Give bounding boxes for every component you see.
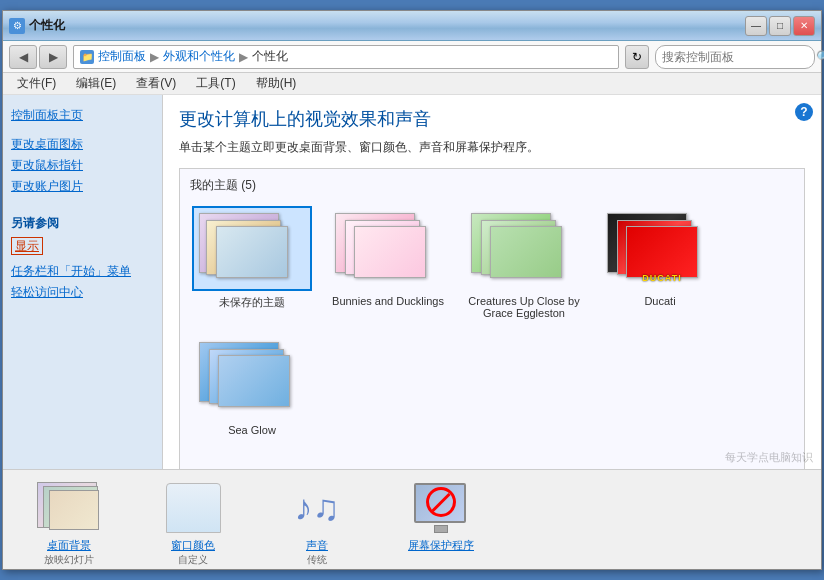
main-content: 控制面板主页 更改桌面图标 更改鼠标指针 更改账户图片 另请参阅 显示 任务栏和… xyxy=(3,95,821,469)
nav-buttons: ◀ ▶ xyxy=(9,45,67,69)
theme-thumb-img xyxy=(216,226,288,278)
content-area: ? 更改计算机上的视觉效果和声音 单击某个主题立即更改桌面背景、窗口颜色、声音和… xyxy=(163,95,821,469)
screensaver-visual xyxy=(414,483,469,533)
titlebar: ⚙ 个性化 — □ ✕ xyxy=(3,11,821,41)
refresh-button[interactable]: ↻ xyxy=(625,45,649,69)
forward-button[interactable]: ▶ xyxy=(39,45,67,69)
themes-grid: 未保存的主题 Bunnies and Ducklings xyxy=(188,202,796,440)
search-icon: 🔍 xyxy=(816,50,824,64)
content-subtitle: 单击某个主题立即更改桌面背景、窗口颜色、声音和屏幕保护程序。 xyxy=(179,139,805,156)
theme-item-unsaved[interactable]: 未保存的主题 xyxy=(192,206,312,319)
bottom-label-desktop-bg[interactable]: 桌面背景 xyxy=(47,538,91,553)
window-title: 个性化 xyxy=(29,17,65,34)
theme-name-ocean: Sea Glow xyxy=(228,424,276,436)
breadcrumb-sep-1: ▶ xyxy=(150,50,159,64)
theme-thumb-img xyxy=(626,226,698,278)
folder-icon: 📁 xyxy=(80,50,94,64)
search-bar[interactable]: 🔍 xyxy=(655,45,815,69)
sidebar-link-display[interactable]: 显示 xyxy=(11,236,154,257)
sound-icon-container: ♪♫ xyxy=(282,478,352,538)
window-color-visual xyxy=(166,483,221,533)
titlebar-left: ⚙ 个性化 xyxy=(9,17,65,34)
back-button[interactable]: ◀ xyxy=(9,45,37,69)
theme-stack-unsaved xyxy=(194,208,312,291)
themes-section-title: 我的主题 (5) xyxy=(188,177,796,194)
theme-stack-ocean xyxy=(194,337,312,420)
ducati-text: DUCATI xyxy=(642,273,681,283)
menu-help[interactable]: 帮助(H) xyxy=(248,73,305,94)
sidebar-link-account-pic[interactable]: 更改账户图片 xyxy=(11,176,154,197)
monitor-stand xyxy=(434,525,448,533)
menu-tools[interactable]: 工具(T) xyxy=(188,73,243,94)
bottom-item-screensaver[interactable]: 屏幕保护程序 xyxy=(391,478,491,553)
theme-name-bunnies: Bunnies and Ducklings xyxy=(332,295,444,307)
theme-stack-creatures xyxy=(466,208,584,291)
theme-item-ocean[interactable]: Sea Glow xyxy=(192,335,312,436)
desktop-bg-icon-container xyxy=(34,478,104,538)
bottom-sublabel-desktop-bg: 放映幻灯片 xyxy=(44,553,94,567)
sidebar-link-display-boxed[interactable]: 显示 xyxy=(11,237,43,255)
theme-item-creatures[interactable]: Creatures Up Close byGrace Eggleston xyxy=(464,206,584,319)
desktop-bg-img-front xyxy=(49,490,99,530)
bottom-label-sound[interactable]: 声音 xyxy=(306,538,328,553)
theme-name-unsaved: 未保存的主题 xyxy=(219,295,285,310)
sidebar-main-section: 控制面板主页 xyxy=(11,105,154,126)
addressbar: ◀ ▶ 📁 控制面板 ▶ 外观和个性化 ▶ 个性化 ↻ 🔍 xyxy=(3,41,821,73)
bottom-item-desktop-bg[interactable]: 桌面背景 放映幻灯片 xyxy=(19,478,119,567)
themes-container: 我的主题 (5) 未保存的主题 xyxy=(179,168,805,469)
breadcrumb-control-panel[interactable]: 控制面板 xyxy=(98,48,146,65)
sidebar-link-accessibility[interactable]: 轻松访问中心 xyxy=(11,282,154,303)
sidebar-also-section: 另请参阅 显示 任务栏和「开始」菜单 轻松访问中心 xyxy=(11,205,154,303)
theme-thumbnail-creatures[interactable] xyxy=(464,206,584,291)
sidebar-links-section: 更改桌面图标 更改鼠标指针 更改账户图片 xyxy=(11,134,154,197)
sidebar-link-home[interactable]: 控制面板主页 xyxy=(11,105,154,126)
bottom-label-screensaver[interactable]: 屏幕保护程序 xyxy=(408,538,474,553)
theme-name-creatures: Creatures Up Close byGrace Eggleston xyxy=(468,295,579,319)
bottom-sublabel-sound: 传统 xyxy=(307,553,327,567)
menu-file[interactable]: 文件(F) xyxy=(9,73,64,94)
window-icon: ⚙ xyxy=(9,18,25,34)
content-title: 更改计算机上的视觉效果和声音 xyxy=(179,107,805,131)
sidebar-link-taskbar[interactable]: 任务栏和「开始」菜单 xyxy=(11,261,154,282)
maximize-button[interactable]: □ xyxy=(769,16,791,36)
no-sign-line xyxy=(431,492,450,511)
theme-thumbnail-bunnies[interactable] xyxy=(328,206,448,291)
theme-item-bunnies[interactable]: Bunnies and Ducklings xyxy=(328,206,448,319)
breadcrumb-sep-2: ▶ xyxy=(239,50,248,64)
menu-view[interactable]: 查看(V) xyxy=(128,73,184,94)
sidebar-also-heading: 另请参阅 xyxy=(11,215,154,232)
screensaver-icon-container xyxy=(406,478,476,538)
titlebar-controls: — □ ✕ xyxy=(745,16,815,36)
sound-icon: ♪♫ xyxy=(295,487,340,529)
theme-thumbnail-ocean[interactable] xyxy=(192,335,312,420)
theme-thumbnail-unsaved[interactable] xyxy=(192,206,312,291)
help-icon[interactable]: ? xyxy=(795,103,813,121)
menubar: 文件(F) 编辑(E) 查看(V) 工具(T) 帮助(H) xyxy=(3,73,821,95)
sidebar-link-mouse-pointer[interactable]: 更改鼠标指针 xyxy=(11,155,154,176)
close-button[interactable]: ✕ xyxy=(793,16,815,36)
breadcrumb-bar: 📁 控制面板 ▶ 外观和个性化 ▶ 个性化 xyxy=(73,45,619,69)
theme-stack-bunnies xyxy=(330,208,448,291)
desktop-bg-visual xyxy=(37,482,102,534)
search-input[interactable] xyxy=(662,50,812,64)
bottom-label-window-color[interactable]: 窗口颜色 xyxy=(171,538,215,553)
window-color-icon-container xyxy=(158,478,228,538)
breadcrumb-appearance[interactable]: 外观和个性化 xyxy=(163,48,235,65)
bottom-item-window-color[interactable]: 窗口颜色 自定义 xyxy=(143,478,243,567)
theme-thumb-img xyxy=(354,226,426,278)
sidebar: 控制面板主页 更改桌面图标 更改鼠标指针 更改账户图片 另请参阅 显示 任务栏和… xyxy=(3,95,163,469)
main-window: ⚙ 个性化 — □ ✕ ◀ ▶ 📁 控制面板 ▶ 外观和个性化 ▶ 个性化 ↻ … xyxy=(2,10,822,570)
menu-edit[interactable]: 编辑(E) xyxy=(68,73,124,94)
bottom-bar: 桌面背景 放映幻灯片 窗口颜色 自定义 ♪♫ 声音 传统 xyxy=(3,469,821,569)
bottom-item-sound[interactable]: ♪♫ 声音 传统 xyxy=(267,478,367,567)
sidebar-link-desktop-icons[interactable]: 更改桌面图标 xyxy=(11,134,154,155)
theme-thumb-img xyxy=(218,355,290,407)
theme-item-ducati[interactable]: DUCATI Ducati xyxy=(600,206,720,319)
bottom-sublabel-window-color: 自定义 xyxy=(178,553,208,567)
theme-thumb-img xyxy=(490,226,562,278)
breadcrumb-current: 个性化 xyxy=(252,48,288,65)
theme-thumbnail-ducati[interactable]: DUCATI xyxy=(600,206,720,291)
no-sign xyxy=(426,487,456,517)
theme-stack-ducati: DUCATI xyxy=(602,208,720,291)
minimize-button[interactable]: — xyxy=(745,16,767,36)
